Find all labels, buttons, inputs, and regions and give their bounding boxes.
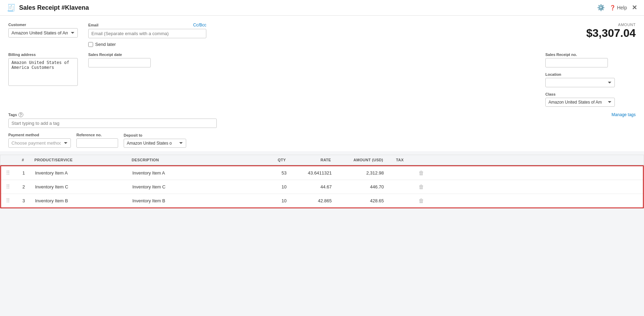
deposit-to-label: Deposit to [124, 133, 186, 137]
qty-1: 53 [255, 167, 289, 179]
description-1: Inventory Item A [130, 167, 255, 179]
product-1: Inventory Item A [32, 167, 130, 179]
delete-row-1[interactable]: 🗑 [414, 167, 428, 180]
th-product: PRODUCT/SERVICE [32, 155, 129, 165]
amount-value: $3,307.04 [586, 27, 636, 40]
tags-row-header: Tags ? Manage tags [8, 112, 636, 117]
table-row: ⠿ 3 Inventory Item B Inventory Item B 10… [1, 194, 643, 208]
class-select-wrapper: Amazon United States of Am [545, 98, 636, 107]
ref-no-label: Reference no. [76, 133, 118, 137]
tax-2 [387, 184, 414, 191]
th-num: # [14, 155, 32, 165]
customer-select[interactable]: Amazon United States of America [8, 28, 78, 38]
payment-method-label: Payment method [8, 133, 71, 137]
tax-1 [387, 170, 414, 177]
email-label-row: Email Cc/Bcc [88, 23, 206, 27]
tags-row: Tags ? Manage tags [8, 112, 636, 128]
header-left: 🧾 Sales Receipt #Klavena [7, 3, 89, 12]
receipt-no-field-group: Sales Receipt no. Klavena [545, 52, 636, 67]
location-label: Location [545, 72, 636, 76]
receipt-icon: 🧾 [7, 3, 16, 12]
class-label: Class [545, 92, 636, 96]
deposit-select[interactable]: Amazon United States o [124, 139, 186, 148]
table-row: ⠿ 2 Inventory Item C Inventory Item C 10… [1, 180, 643, 194]
receipt-no-label: Sales Receipt no. [545, 52, 636, 57]
th-tax: TAX [386, 155, 414, 165]
rate-2: 44.67 [289, 181, 335, 193]
amount-label: AMOUNT [586, 23, 636, 27]
rate-1: 43.6411321 [289, 167, 335, 179]
date-label: Sales Receipt date [88, 52, 151, 57]
product-2: Inventory Item C [32, 181, 130, 193]
customer-label: Customer [8, 23, 78, 27]
th-qty: QTY [254, 155, 289, 165]
ref-no-field-group: Reference no. [76, 133, 118, 148]
row-num-2: 2 [15, 181, 32, 193]
tax-3 [387, 197, 414, 204]
tags-label: Tags [8, 113, 17, 117]
class-select[interactable]: Amazon United States of Am [545, 98, 615, 107]
location-field-group: Location [545, 72, 636, 87]
rate-3: 42.865 [289, 195, 335, 207]
billing-field-group: Billing address <span class="billing-add… [8, 52, 78, 86]
manage-tags-link[interactable]: Manage tags [612, 112, 636, 117]
close-icon[interactable]: ✕ [632, 4, 637, 11]
email-field-group: Email Cc/Bcc Send later [88, 23, 206, 47]
table-row: ⠿ 1 Inventory Item A Inventory Item A 53… [1, 166, 643, 180]
amount-section: AMOUNT $3,307.04 [586, 23, 636, 40]
tags-label-group: Tags ? [8, 112, 23, 117]
ref-no-input[interactable] [76, 138, 118, 148]
top-row: Customer Amazon United States of America… [8, 23, 636, 47]
product-3: Inventory Item B [32, 195, 130, 207]
table-rows-highlighted: ⠿ 1 Inventory Item A Inventory Item A 53… [0, 165, 644, 208]
email-label: Email [88, 23, 98, 27]
header: 🧾 Sales Receipt #Klavena ⚙️ ❓ Help ✕ [0, 0, 644, 16]
delete-row-3[interactable]: 🗑 [414, 194, 428, 208]
help-button[interactable]: ❓ Help [610, 5, 627, 10]
delete-row-2[interactable]: 🗑 [414, 180, 428, 194]
header-right: ⚙️ ❓ Help ✕ [597, 4, 637, 11]
amount-3: 428.65 [335, 195, 387, 207]
amount-2: 446.70 [335, 181, 387, 193]
page-container: 🧾 Sales Receipt #Klavena ⚙️ ❓ Help ✕ Cus… [0, 0, 644, 316]
th-drag [0, 155, 14, 165]
tags-info-icon[interactable]: ? [18, 112, 23, 117]
th-description: DESCRIPTION [129, 155, 254, 165]
billing-address-textarea[interactable]: <span class="billing-address-text">Amazo… [8, 58, 78, 86]
customer-field-group: Customer Amazon United States of America [8, 23, 78, 38]
cc-bcc-link[interactable]: Cc/Bcc [193, 23, 206, 27]
billing-label: Billing address [8, 52, 78, 57]
qty-3: 10 [255, 195, 289, 207]
class-field-group: Class Amazon United States of Am [545, 92, 636, 107]
date-input[interactable]: 01/24/2024 [88, 58, 151, 67]
drag-handle-2[interactable]: ⠿ [1, 180, 15, 194]
row-num-3: 3 [15, 195, 32, 207]
th-action [414, 155, 428, 165]
table-section: # PRODUCT/SERVICE DESCRIPTION QTY RATE A… [0, 155, 644, 209]
receipt-no-input[interactable]: Klavena [545, 58, 608, 67]
settings-icon[interactable]: ⚙️ [597, 4, 605, 11]
deposit-to-field-group: Deposit to Amazon United States o [124, 133, 186, 148]
second-row: Billing address <span class="billing-add… [8, 52, 636, 107]
row-num-1: 1 [15, 167, 32, 179]
tags-input[interactable] [8, 119, 217, 128]
description-2: Inventory Item C [130, 181, 255, 193]
email-input[interactable] [88, 29, 206, 38]
payment-select-wrapper: Choose payment method [8, 138, 71, 148]
payment-row: Payment method Choose payment method Ref… [8, 133, 636, 148]
help-circle-icon: ❓ [610, 5, 616, 10]
amount-1: 2,312.98 [335, 167, 387, 179]
location-select[interactable] [545, 78, 615, 87]
drag-handle-1[interactable]: ⠿ [1, 166, 15, 180]
drag-handle-3[interactable]: ⠿ [1, 194, 15, 208]
qty-2: 10 [255, 181, 289, 193]
payment-select[interactable]: Choose payment method [8, 138, 71, 148]
th-rate: RATE [289, 155, 334, 165]
customer-select-wrapper: Amazon United States of America [8, 28, 78, 38]
send-later-label: Send later [95, 42, 116, 47]
th-amount: AMOUNT (USD) [334, 155, 386, 165]
send-later-row: Send later [88, 42, 206, 47]
payment-method-field-group: Payment method Choose payment method [8, 133, 71, 148]
date-field-group: Sales Receipt date 01/24/2024 [88, 52, 151, 67]
send-later-checkbox[interactable] [88, 42, 93, 47]
